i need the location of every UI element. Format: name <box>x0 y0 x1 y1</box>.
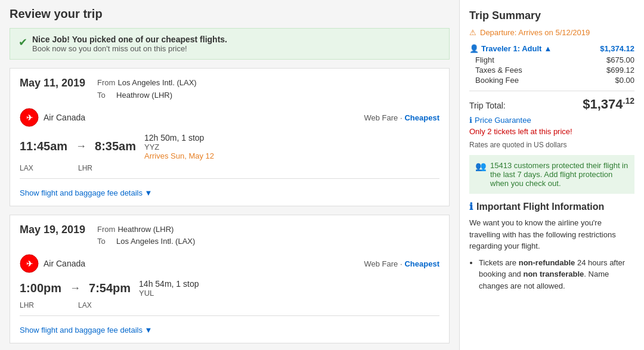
price-guarantee: ℹ Price Guarantee <box>469 116 634 125</box>
stop-code-return: YUL <box>139 289 199 298</box>
to-label-return: To <box>97 236 114 248</box>
duration-outbound: 12h 50m, 1 stop <box>144 133 214 143</box>
trip-total-row: Trip Total: $1,374.12 <box>469 91 634 112</box>
to-label-outbound: To <box>97 89 114 102</box>
depart-time-outbound: 11:45am <box>20 140 67 153</box>
arrive-time-return: 7:54pm <box>89 281 131 295</box>
airline-name-outbound: Air Canada <box>44 113 85 122</box>
fare-cheapest-outbound: Cheapest <box>404 113 439 122</box>
rates-note: Rates are quoted in US dollars <box>469 141 634 149</box>
tickets-warning: Only 2 tickets left at this price! <box>469 127 634 136</box>
promo-main-text: Nice Job! You picked one of our cheapest… <box>32 35 227 44</box>
trip-total-cents: .12 <box>623 96 634 106</box>
air-canada-logo-outbound: ✈ <box>20 108 39 127</box>
airline-name-return: Air Canada <box>44 259 85 268</box>
protection-text: 15413 customers protected their flight i… <box>490 161 628 188</box>
taxes-label: Taxes & Fees <box>475 66 522 75</box>
depart-code-return: LHR <box>20 301 44 309</box>
to-airport-return: Los Angeles Intl. (LAX) <box>116 236 195 248</box>
flight-route-return: From Heathrow (LHR) To Los Angeles Intl.… <box>97 224 195 249</box>
booking-price: $0.00 <box>615 76 634 85</box>
page-title: Review your trip <box>10 7 450 21</box>
flight-card-return: May 19, 2019 From Heathrow (LHR) To Los … <box>10 215 450 344</box>
flight-label: Flight <box>475 55 494 64</box>
to-airport-outbound: Heathrow (LHR) <box>116 89 172 102</box>
show-details-return[interactable]: Show flight and baggage fee details ▼ <box>20 326 152 334</box>
taxes-price: $699.12 <box>606 66 634 75</box>
important-info-item: Tickets are non-refundable 24 hours afte… <box>479 257 634 292</box>
flight-detail-row: Flight $675.00 <box>469 55 634 64</box>
from-airport-return: Heathrow (LHR) <box>117 224 174 236</box>
taxes-detail-row: Taxes & Fees $699.12 <box>469 66 634 75</box>
check-icon: ✔ <box>18 36 27 49</box>
departure-warning-text: Departure: Arrives on 5/12/2019 <box>480 28 590 37</box>
from-label-return: From <box>97 224 115 236</box>
important-info-title: ℹ Important Flight Information <box>469 201 634 212</box>
fare-label-return: Web Fare · <box>364 259 402 268</box>
important-info-intro: We want you to know the airline you're t… <box>469 217 634 252</box>
info-icon: ℹ <box>469 201 473 212</box>
promo-sub-text: Book now so you don't miss out on this p… <box>32 44 227 53</box>
arrive-code-outbound: LHR <box>78 164 92 172</box>
trip-total-value: $1,374.12 <box>583 96 634 112</box>
svg-text:✈: ✈ <box>26 113 33 122</box>
warning-icon: ⚠ <box>469 28 476 37</box>
svg-text:✈: ✈ <box>26 259 33 268</box>
flight-card-outbound: May 11, 2019 From Los Angeles Intl. (LAX… <box>10 68 450 206</box>
important-info-list: Tickets are non-refundable 24 hours afte… <box>469 257 634 292</box>
arrow-outbound: → <box>76 140 86 153</box>
flight-route-outbound: From Los Angeles Intl. (LAX) To Heathrow… <box>97 77 197 102</box>
duration-return: 14h 54m, 1 stop <box>139 279 199 289</box>
from-label-outbound: From <box>97 77 115 89</box>
protection-icon: 👥 <box>475 161 487 188</box>
depart-time-return: 1:00pm <box>20 281 61 295</box>
traveler-section: 👤 Traveler 1: Adult ▲ $1,374.12 Flight $… <box>469 44 634 85</box>
arrow-return: → <box>70 282 80 295</box>
traveler-price: $1,374.12 <box>600 44 634 53</box>
stop-code-outbound: YYZ <box>144 143 214 151</box>
traveler-icon: 👤 <box>469 44 479 53</box>
arrive-code-return: LAX <box>78 301 92 309</box>
air-canada-logo-return: ✈ <box>20 254 39 273</box>
flight-date-outbound: May 11, 2019 <box>20 77 85 89</box>
trip-total-dollars: $1,374 <box>583 97 623 111</box>
arrives-note-outbound: Arrives Sun, May 12 <box>144 151 214 160</box>
booking-label: Booking Fee <box>475 76 519 85</box>
price-guarantee-icon: ℹ <box>469 116 472 125</box>
show-details-outbound[interactable]: Show flight and baggage fee details ▼ <box>20 188 152 197</box>
depart-code-outbound: LAX <box>20 164 44 172</box>
from-airport-outbound: Los Angeles Intl. (LAX) <box>117 77 196 89</box>
booking-detail-row: Booking Fee $0.00 <box>469 76 634 85</box>
promo-banner: ✔ Nice Job! You picked one of our cheape… <box>10 28 450 60</box>
arrive-time-outbound: 8:35am <box>95 140 136 153</box>
protection-banner: 👥 15413 customers protected their flight… <box>469 155 634 194</box>
fare-label-outbound: Web Fare · <box>364 113 402 122</box>
fare-cheapest-return: Cheapest <box>404 259 439 268</box>
trip-summary-title: Trip Summary <box>469 10 634 22</box>
flight-price: $675.00 <box>606 55 634 64</box>
trip-total-label: Trip Total: <box>469 101 506 110</box>
trip-summary-panel: Trip Summary ⚠ Departure: Arrives on 5/1… <box>459 0 644 350</box>
price-guarantee-text: Price Guarantee <box>475 116 531 125</box>
traveler-name: 👤 Traveler 1: Adult ▲ <box>469 44 552 53</box>
traveler-expand-icon[interactable]: ▲ <box>544 44 552 53</box>
flight-date-return: May 19, 2019 <box>20 224 85 236</box>
departure-warning: ⚠ Departure: Arrives on 5/12/2019 <box>469 28 634 37</box>
